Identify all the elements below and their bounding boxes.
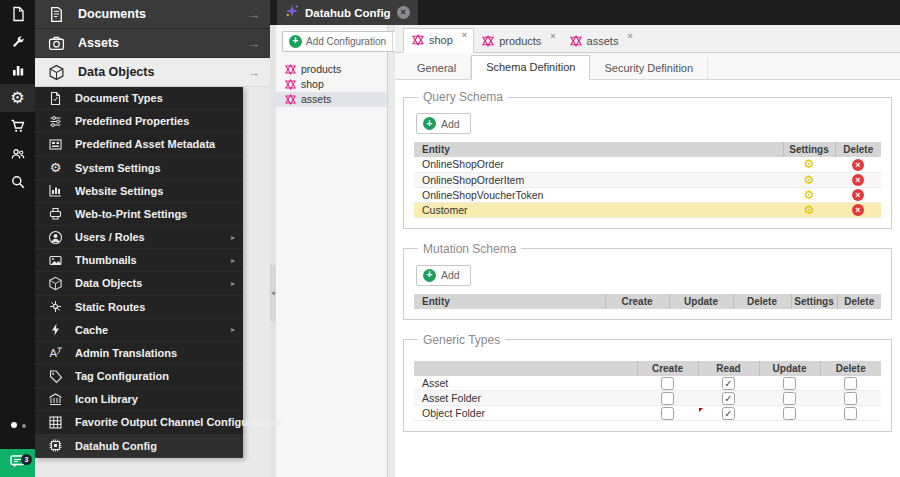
menu-item-label: Favorite Output Channel Configurations — [75, 416, 285, 428]
table-row[interactable]: Asset Folder ✓ ✓ ✓ ✓ — [414, 391, 881, 406]
tab-assets[interactable]: assets × — [562, 30, 639, 53]
close-icon[interactable]: × — [627, 31, 632, 41]
tab-label: products — [499, 35, 541, 47]
table-header-row: Entity Create Update Delete Settings Del… — [414, 294, 881, 309]
read-checkbox[interactable]: ✓ — [722, 407, 735, 420]
create-checkbox[interactable]: ✓ — [661, 407, 674, 420]
asset-metadata-icon — [48, 137, 63, 152]
customers-nav-icon-button[interactable] — [0, 140, 35, 168]
cube-icon — [48, 276, 63, 291]
feedback-chat-button[interactable]: 3 — [0, 449, 35, 477]
update-checkbox[interactable]: ✓ — [783, 377, 796, 390]
column-header-delete: Delete — [835, 142, 881, 157]
create-checkbox[interactable]: ✓ — [661, 392, 674, 405]
delete-icon[interactable]: × — [852, 159, 864, 171]
wrench-icon — [10, 34, 26, 50]
nav-header-label: Data Objects — [78, 65, 234, 79]
delete-checkbox[interactable]: ✓ — [844, 407, 857, 420]
datahub-config-window-tab[interactable]: Datahub Config × — [277, 0, 418, 25]
table-row[interactable]: Object Folder ✓ ✓ ✓ ✓ — [414, 406, 881, 421]
table-row[interactable]: Customer ⚙ × — [414, 202, 881, 217]
close-icon[interactable]: × — [462, 30, 467, 40]
entity-cell: OnlineShopVoucherToken — [414, 187, 783, 202]
column-header-create: Create — [637, 361, 698, 376]
mutation-schema-table: Entity Create Update Delete Settings Del… — [414, 294, 881, 309]
delete-icon[interactable]: × — [852, 189, 864, 201]
type-name-cell: Asset — [414, 376, 637, 391]
settings-gear-icon[interactable]: ⚙ — [804, 158, 815, 170]
menu-item-cache[interactable]: Cache ▸ — [35, 319, 243, 342]
settings-nav-icon-button[interactable]: ⚙ — [0, 84, 35, 112]
update-checkbox[interactable]: ✓ — [783, 407, 796, 420]
create-checkbox[interactable]: ✓ — [661, 377, 674, 390]
update-checkbox[interactable]: ✓ — [783, 392, 796, 405]
menu-item-predefined-properties[interactable]: Predefined Properties ▸ — [35, 110, 243, 133]
settings-menu: Document Types ▸ Predefined Properties ▸… — [35, 87, 243, 458]
tree-item-products[interactable]: products — [276, 62, 387, 77]
menu-item-web-to-print-settings[interactable]: Web-to-Print Settings ▸ — [35, 203, 243, 226]
settings-gear-icon[interactable]: ⚙ — [804, 204, 815, 216]
table-row[interactable]: OnlineShopVoucherToken ⚙ × — [414, 187, 881, 202]
settings-gear-icon[interactable]: ⚙ — [804, 174, 815, 186]
tab-shop[interactable]: shop × — [403, 28, 474, 53]
nav-header-documents[interactable]: Documents → — [35, 0, 270, 29]
tree-item-label: products — [301, 63, 341, 75]
menu-item-icon-library[interactable]: Icon Library ▸ — [35, 388, 243, 411]
user-icon — [48, 230, 63, 245]
tab-schema-definition[interactable]: Schema Definition — [471, 55, 590, 80]
tree-item-assets[interactable]: assets — [276, 92, 387, 107]
search-icon — [10, 174, 26, 190]
menu-item-label: Cache — [75, 324, 219, 336]
mutation-schema-add-button[interactable]: + Add — [416, 265, 471, 286]
nav-header-data-objects[interactable]: Data Objects → — [35, 58, 270, 87]
plus-icon: + — [289, 35, 302, 48]
page-icon — [10, 6, 26, 22]
menu-item-document-types[interactable]: Document Types ▸ — [35, 87, 243, 110]
menu-item-system-settings[interactable]: ⚙ System Settings ▸ — [35, 157, 243, 180]
ecommerce-nav-icon-button[interactable] — [0, 112, 35, 140]
tree-item-label: shop — [301, 78, 324, 90]
search-nav-icon-button[interactable] — [0, 168, 35, 196]
menu-item-data-objects[interactable]: Data Objects ▸ — [35, 272, 243, 295]
delete-icon[interactable]: × — [852, 204, 864, 216]
tree-item-shop[interactable]: shop — [276, 77, 387, 92]
menu-item-datahub-config[interactable]: Datahub Config ▸ — [35, 435, 243, 458]
chevron-right-icon: ▸ — [231, 279, 235, 288]
tab-general[interactable]: General — [403, 57, 471, 80]
reports-nav-icon-button[interactable] — [0, 56, 35, 84]
nav-header-assets[interactable]: Assets → — [35, 29, 270, 58]
read-checkbox[interactable]: ✓ — [722, 392, 735, 405]
table-row[interactable]: Asset ✓ ✓ ✓ ✓ — [414, 376, 881, 391]
settings-gear-icon[interactable]: ⚙ — [804, 189, 815, 201]
menu-item-favorite-output-channel-configurations[interactable]: Favorite Output Channel Configurations ▸ — [35, 411, 243, 434]
documents-nav-icon-button[interactable] — [0, 0, 35, 28]
tools-nav-icon-button[interactable] — [0, 28, 35, 56]
main-icon-strip: ⚙ 3 — [0, 0, 35, 477]
generic-types-legend: Generic Types — [418, 333, 505, 347]
tab-products[interactable]: products × — [474, 30, 561, 53]
tab-label: assets — [587, 35, 619, 47]
menu-item-thumbnails[interactable]: Thumbnails ▸ — [35, 249, 243, 272]
dirty-cell-marker — [699, 408, 703, 412]
column-header-delete: Delete — [837, 294, 881, 309]
delete-checkbox[interactable]: ✓ — [844, 392, 857, 405]
graphql-config-icon — [412, 34, 424, 46]
read-checkbox[interactable]: ✓ — [722, 377, 735, 390]
menu-item-website-settings[interactable]: Website Settings ▸ — [35, 180, 243, 203]
close-icon[interactable]: × — [397, 6, 410, 19]
menu-item-predefined-asset-metadata[interactable]: Predefined Asset Metadata ▸ — [35, 133, 243, 156]
close-icon[interactable]: × — [550, 31, 555, 41]
query-schema-add-button[interactable]: + Add — [416, 113, 471, 134]
menu-item-tag-configuration[interactable]: Tag Configuration ▸ — [35, 365, 243, 388]
table-row[interactable]: OnlineShopOrderItem ⚙ × — [414, 172, 881, 187]
delete-icon[interactable]: × — [852, 174, 864, 186]
tab-security-definition[interactable]: Security Definition — [590, 57, 708, 80]
menu-item-static-routes[interactable]: Static Routes ▸ — [35, 296, 243, 319]
delete-checkbox[interactable]: ✓ — [844, 377, 857, 390]
menu-item-label: System Settings — [75, 162, 235, 174]
table-row[interactable]: OnlineShopOrder ⚙ × — [414, 157, 881, 172]
add-configuration-button[interactable]: + Add Configuration ▾ — [282, 31, 406, 52]
arrow-right-icon: → — [247, 65, 260, 80]
menu-item-admin-translations[interactable]: A Admin Translations ▸ — [35, 342, 243, 365]
menu-item-users-roles[interactable]: Users / Roles ▸ — [35, 226, 243, 249]
